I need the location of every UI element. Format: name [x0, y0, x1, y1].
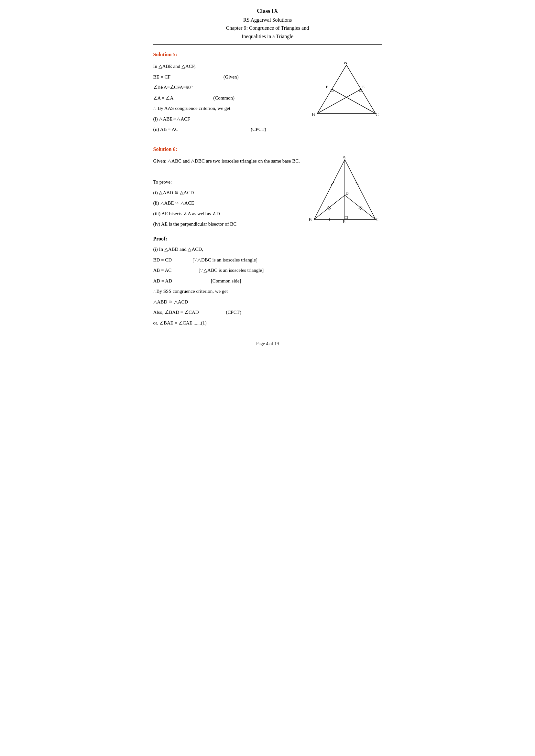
p6: △ABD ≅ △ACD — [153, 297, 382, 307]
svg-line-2 — [332, 89, 376, 114]
p7-left: Also, ∠BAD = ∠CAD — [153, 310, 199, 315]
solution-5-diagram: A B C F E — [311, 62, 382, 122]
solution-5-heading: Solution 5: — [153, 50, 382, 59]
class-title: Class IX — [153, 7, 382, 16]
p2-right: [∵△DBC is an isosceles triangle] — [192, 255, 258, 265]
p1: (i) In △ABD and △ACD, — [153, 245, 382, 254]
svg-rect-22 — [345, 216, 348, 219]
p3: AB = AC [∵△ABC is an isosceles triangle] — [153, 266, 382, 275]
p7: Also, ∠BAD = ∠CAD (CPCT) — [153, 308, 382, 317]
series-title: RS Aggarwal Solutions — [153, 16, 382, 24]
solution-6-block: Solution 6: — [153, 145, 382, 328]
solution-6-heading: Solution 6: — [153, 145, 382, 153]
p2-left: BD = CD — [153, 257, 172, 262]
svg-text:C: C — [376, 217, 379, 222]
p4-right: [Common side] — [211, 276, 241, 286]
p8: or, ∠BAE = ∠CAE ......(1) — [153, 318, 382, 328]
p7-right: (CPCT) — [226, 310, 241, 315]
chapter-title2: Inequalities in a Triangle — [153, 32, 382, 41]
page-footer: Page 4 of 19 — [153, 340, 382, 347]
page-number: Page 4 of 19 — [256, 341, 279, 346]
p4-left: AD = AD — [153, 278, 172, 284]
svg-text:B: B — [309, 217, 312, 222]
p5: ∴By SSS congruence criterion, we get — [153, 287, 382, 296]
svg-text:E: E — [362, 84, 365, 89]
s5-be-cf: BE = CF — [153, 74, 170, 79]
s5-given: (Given) — [223, 72, 239, 82]
svg-text:F: F — [326, 84, 328, 89]
solution-6-diagram: A B E C D — [308, 156, 382, 227]
svg-text:C: C — [376, 112, 379, 117]
p3-left: AB = AC — [153, 268, 172, 273]
svg-text:A: A — [342, 156, 346, 159]
proof-heading: Proof: — [153, 235, 382, 243]
proof-section: Proof: (i) In △ABD and △ACD, BD = CD [∵△… — [153, 235, 382, 328]
svg-text:D: D — [346, 191, 348, 196]
s5-line6: (ii) AB = AC (CPCT) — [153, 125, 382, 134]
page-header: Class IX RS Aggarwal Solutions Chapter 9… — [153, 7, 382, 44]
s5-angle-a: ∠A = ∠A — [153, 95, 173, 100]
chapter-title: Chapter 9: Congruence of Triangles and — [153, 24, 382, 32]
solution-6-content: A B E C D Given: △ABC and △DBC are two i… — [153, 156, 382, 230]
s5-common: (Common) — [213, 94, 235, 103]
proof-text: (i) In △ABD and △ACD, BD = CD [∵△DBC is … — [153, 245, 382, 327]
svg-line-1 — [317, 89, 361, 114]
s5-ab-ac: (ii) AB = AC — [153, 127, 179, 132]
svg-text:B: B — [312, 112, 315, 117]
svg-text:E: E — [343, 220, 346, 224]
svg-line-15 — [356, 182, 358, 185]
p2: BD = CD [∵△DBC is an isosceles triangle] — [153, 255, 382, 265]
svg-marker-0 — [317, 65, 376, 114]
svg-text:A: A — [344, 62, 347, 65]
s5-cpct: (CPCT) — [251, 125, 266, 134]
p4: AD = AD [Common side] — [153, 276, 382, 286]
solution-5-block: Solution 5: A B C F E — [153, 50, 382, 135]
solution-5-content: A B C F E In △ABE and △ACF, BE = CF (Giv… — [153, 62, 382, 135]
svg-line-14 — [331, 182, 334, 185]
p3-right: [∵△ABC is an isosceles triangle] — [199, 266, 264, 275]
